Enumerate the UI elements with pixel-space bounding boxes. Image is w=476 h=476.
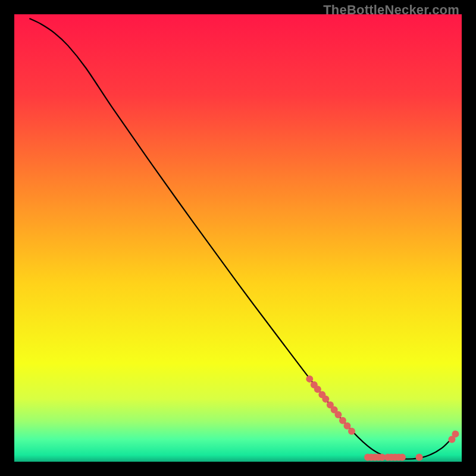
data-point [306, 375, 313, 383]
bottleneck-chart [14, 14, 462, 462]
data-point [399, 453, 406, 461]
data-point [452, 430, 459, 437]
chart-background [14, 14, 462, 462]
data-point [416, 453, 423, 461]
data-point [334, 411, 342, 418]
chart-frame [14, 14, 462, 462]
data-point [348, 428, 355, 435]
data-point [322, 396, 329, 403]
